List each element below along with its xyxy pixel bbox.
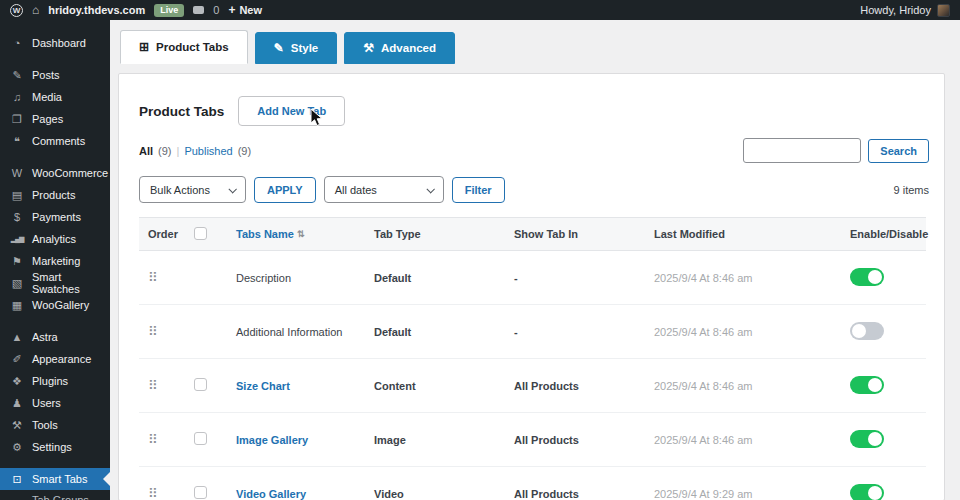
howdy-text[interactable]: Howdy, Hridoy [860, 4, 931, 16]
table-row: ⠿ Image Gallery Image All Products 2025/… [139, 413, 926, 467]
sidebar-item-media[interactable]: ♫ Media [0, 86, 110, 108]
sidebar-item-dashboard[interactable]: ◔ Dashboard [0, 32, 110, 54]
sidebar-item-marketing[interactable]: ⚑ Marketing [0, 250, 110, 272]
tab-type: Image [374, 434, 514, 446]
sidebar-item-plugins[interactable]: ❖ Plugins [0, 370, 110, 392]
sidebar-item-astra[interactable]: ▲ Astra [0, 326, 110, 348]
table-row: ⠿ Video Gallery Video All Products 2025/… [139, 467, 926, 500]
show-tab-in: All Products [514, 434, 654, 446]
tab-name[interactable]: Image Gallery [236, 434, 374, 446]
wordpress-logo-icon[interactable]: W [10, 4, 23, 17]
home-icon[interactable]: ⌂ [32, 3, 39, 17]
users-icon: ♟ [10, 397, 24, 410]
header-tabs-name[interactable]: Tabs Name ⇅ [236, 228, 374, 240]
add-new-tab-button[interactable]: Add New Tab [238, 96, 345, 126]
select-all-checkbox[interactable] [194, 227, 207, 240]
search-input[interactable] [743, 138, 861, 163]
sidebar-item-posts[interactable]: ✎ Posts [0, 64, 110, 86]
smart-tabs-icon: ⊡ [10, 473, 24, 486]
filter-published-link[interactable]: Published [184, 145, 232, 157]
table-row: ⠿ Size Chart Content All Products 2025/9… [139, 359, 926, 413]
drag-handle-icon[interactable]: ⠿ [148, 270, 157, 285]
tab-name: Additional Information [236, 326, 374, 338]
plugin-tab-product-tabs[interactable]: ⊞ Product Tabs [120, 30, 248, 64]
show-tab-in: - [514, 326, 654, 338]
last-modified: 2025/9/4 At 8:46 am [654, 272, 850, 284]
sidebar-item-comments[interactable]: ❝ Comments [0, 130, 110, 152]
sidebar-item-tools[interactable]: ⚒ Tools [0, 414, 110, 436]
products-icon: ▤ [10, 189, 24, 202]
sidebar-item-settings[interactable]: ⚙ Settings [0, 436, 110, 458]
sidebar-item-appearance[interactable]: ✐ Appearance [0, 348, 110, 370]
admin-bar: W ⌂ hridoy.thdevs.com Live 0 + New Howdy… [0, 0, 960, 20]
row-checkbox[interactable] [194, 378, 207, 391]
header-order: Order [148, 228, 194, 240]
sidebar-submenu-tab-groups[interactable]: Tab Groups [0, 490, 110, 500]
tools-icon: ⚒ [10, 419, 24, 432]
plugin-tab-style[interactable]: ✎ Style [255, 32, 338, 64]
tab-type: Video [374, 488, 514, 500]
table-header-row: Order Tabs Name ⇅ Tab Type Show Tab In L… [139, 217, 926, 251]
sidebar-item-smart-tabs[interactable]: ⊡ Smart Tabs [0, 468, 110, 490]
main-content: ⊞ Product Tabs ✎ Style ⚒ Advanced Produc… [110, 20, 960, 500]
last-modified: 2025/9/4 At 9:29 am [654, 488, 850, 500]
drag-handle-icon[interactable]: ⠿ [148, 324, 157, 339]
sort-icon: ⇅ [297, 229, 305, 239]
sidebar-item-woogallery[interactable]: ▦ WooGallery [0, 294, 110, 316]
sidebar-item-users[interactable]: ♟ Users [0, 392, 110, 414]
tab-type: Default [374, 326, 514, 338]
last-modified: 2025/9/4 At 8:46 am [654, 434, 850, 446]
plugin-tab-bar: ⊞ Product Tabs ✎ Style ⚒ Advanced [110, 20, 960, 64]
row-checkbox[interactable] [194, 432, 207, 445]
sidebar-item-payments[interactable]: $ Payments [0, 206, 110, 228]
filter-button[interactable]: Filter [452, 177, 505, 203]
show-tab-in: - [514, 272, 654, 284]
appearance-icon: ✐ [10, 353, 24, 366]
sidebar-item-pages[interactable]: ❐ Pages [0, 108, 110, 130]
tab-type: Content [374, 380, 514, 392]
filter-all-link[interactable]: All [139, 145, 153, 157]
tab-name: Description [236, 272, 374, 284]
drag-handle-icon[interactable]: ⠿ [148, 378, 157, 393]
user-avatar[interactable] [937, 4, 950, 17]
dates-filter-select[interactable]: All dates [324, 176, 444, 203]
live-badge: Live [154, 4, 184, 17]
header-tab-type: Tab Type [374, 228, 514, 240]
tab-name[interactable]: Video Gallery [236, 488, 374, 500]
sidebar-item-woocommerce[interactable]: W WooCommerce [0, 162, 110, 184]
drag-handle-icon[interactable]: ⠿ [148, 486, 157, 500]
woocommerce-icon: W [10, 167, 24, 179]
enable-toggle[interactable] [850, 484, 884, 500]
posts-icon: ✎ [10, 69, 24, 82]
plugins-icon: ❖ [10, 375, 24, 388]
page-title: Product Tabs [139, 104, 224, 119]
sidebar-item-analytics[interactable]: ▂▄▆ Analytics [0, 228, 110, 250]
comments-bubble-icon[interactable] [193, 6, 204, 14]
enable-toggle[interactable] [850, 430, 884, 448]
tab-type: Default [374, 272, 514, 284]
last-modified: 2025/9/4 At 8:46 am [654, 326, 850, 338]
last-modified: 2025/9/4 At 8:46 am [654, 380, 850, 392]
enable-toggle[interactable] [850, 376, 884, 394]
settings-icon: ⚙ [10, 441, 24, 454]
filter-separator: | [177, 145, 180, 157]
header-show-tab-in: Show Tab In [514, 228, 654, 240]
search-button[interactable]: Search [868, 139, 929, 163]
new-menu[interactable]: + New [228, 3, 262, 17]
apply-button[interactable]: APPLY [254, 177, 316, 203]
dashboard-icon: ◔ [10, 37, 24, 49]
tools-icon: ⚒ [363, 41, 374, 55]
astra-icon: ▲ [10, 331, 24, 343]
plugin-tab-advanced[interactable]: ⚒ Advanced [344, 32, 455, 64]
enable-toggle[interactable] [850, 268, 884, 286]
view-filters: All (9) | Published (9) [139, 145, 251, 157]
sidebar-item-smart-swatches[interactable]: ▧ Smart Swatches [0, 272, 110, 294]
row-checkbox[interactable] [194, 486, 207, 499]
drag-handle-icon[interactable]: ⠿ [148, 432, 157, 447]
site-name-link[interactable]: hridoy.thdevs.com [48, 4, 145, 16]
bulk-actions-select[interactable]: Bulk Actions [139, 176, 246, 203]
tab-name[interactable]: Size Chart [236, 380, 374, 392]
sidebar-item-products[interactable]: ▤ Products [0, 184, 110, 206]
enable-toggle[interactable] [850, 322, 884, 340]
header-enable-disable: Enable/Disable [850, 228, 928, 240]
